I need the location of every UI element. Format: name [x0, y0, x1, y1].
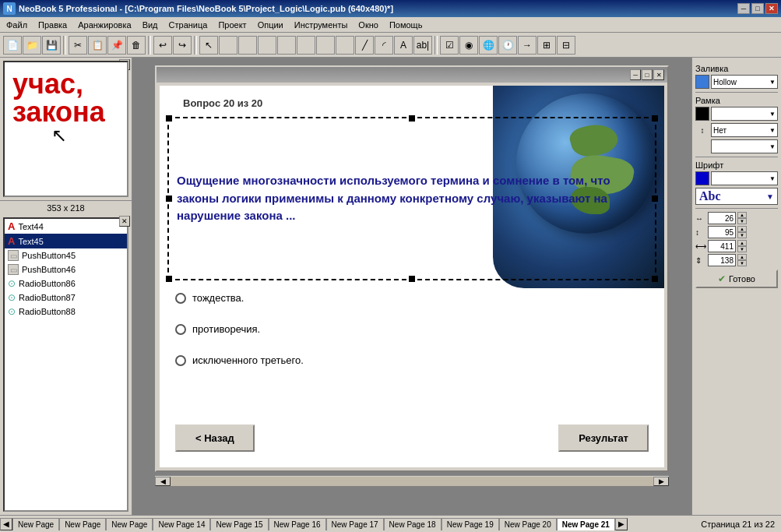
tool-check[interactable]: ☑	[440, 36, 459, 55]
back-button[interactable]: < Назад	[175, 425, 255, 452]
tool-select[interactable]: ↖	[199, 36, 218, 55]
ready-button[interactable]: ✔ Готово	[695, 270, 778, 288]
page-next-btn[interactable]: ▶	[615, 518, 628, 530]
tree-item-radio86[interactable]: ⊙ RadioButton86	[5, 277, 127, 291]
horizontal-scrollbar[interactable]: ◀ ▶	[155, 475, 669, 486]
menu-help[interactable]: Помощь	[385, 19, 427, 31]
menu-options[interactable]: Опции	[253, 19, 288, 31]
tool-4[interactable]	[277, 36, 296, 55]
ready-label: Готово	[729, 274, 755, 284]
menu-project[interactable]: Проект	[213, 19, 251, 31]
w-input[interactable]	[708, 240, 736, 252]
scroll-left-btn[interactable]: ◀	[155, 477, 171, 486]
tool-5[interactable]	[297, 36, 315, 55]
x-up-btn[interactable]: ▲	[737, 212, 747, 218]
answer-item-2[interactable]: противоречия.	[175, 323, 304, 335]
y-up-btn[interactable]: ▲	[737, 226, 747, 232]
minimize-button[interactable]: ─	[737, 3, 750, 14]
h-input[interactable]	[708, 254, 736, 266]
copy-button[interactable]: 📋	[88, 36, 107, 55]
page-tab-2[interactable]: New Page	[106, 518, 153, 530]
tree-item-radio88[interactable]: ⊙ RadioButton88	[5, 305, 127, 319]
menu-edit[interactable]: Правка	[33, 19, 72, 31]
tool-6[interactable]	[316, 36, 335, 55]
fill-color-box[interactable]	[695, 75, 709, 89]
tree-close[interactable]: ✕	[119, 216, 130, 227]
border-color-box[interactable]	[695, 107, 709, 121]
font-color-dropdown[interactable]: ▼	[711, 171, 778, 185]
new-button[interactable]: 📄	[3, 36, 22, 55]
page-tab-7[interactable]: New Page 18	[384, 518, 442, 530]
page-close-btn[interactable]: ✕	[653, 69, 664, 80]
tool-text[interactable]: A	[394, 36, 413, 55]
tool-clock[interactable]: 🕐	[498, 36, 517, 55]
page-tab-3[interactable]: New Page 14	[153, 518, 210, 530]
page-tab-1[interactable]: New Page	[59, 518, 106, 530]
h-down-btn[interactable]: ▼	[737, 260, 747, 266]
tool-1[interactable]	[219, 36, 237, 55]
border-type-dropdown[interactable]: Нет ▼	[711, 123, 778, 137]
page-tab-8[interactable]: New Page 19	[442, 518, 499, 530]
border-style-dropdown[interactable]: ▼	[711, 139, 778, 153]
tree-item-radio87[interactable]: ⊙ RadioButton87	[5, 291, 127, 305]
maximize-button[interactable]: □	[751, 3, 764, 14]
x-input[interactable]	[708, 212, 736, 224]
page-tab-9[interactable]: New Page 20	[499, 518, 557, 530]
radio-3[interactable]	[175, 355, 186, 366]
page-maximize-btn[interactable]: □	[642, 69, 653, 80]
answer-item-1[interactable]: тождества.	[175, 292, 304, 304]
tree-item-pushbtn45[interactable]: ▭ PushButton45	[5, 248, 127, 262]
tool-extra1[interactable]: ⊞	[537, 36, 556, 55]
tool-arrow[interactable]: →	[518, 36, 536, 55]
y-input[interactable]	[708, 226, 736, 238]
undo-button[interactable]: ↩	[153, 36, 172, 55]
h-up-btn[interactable]: ▲	[737, 254, 747, 260]
font-color-box[interactable]	[695, 171, 709, 185]
tool-extra2[interactable]: ⊟	[557, 36, 575, 55]
page-tab-0[interactable]: New Page	[12, 518, 59, 530]
tool-arc[interactable]: ◜	[375, 36, 393, 55]
border-color-dropdown[interactable]: ▼	[711, 107, 778, 121]
save-button[interactable]: 💾	[42, 36, 61, 55]
page-prev-btn[interactable]: ◀	[0, 518, 12, 530]
menu-window[interactable]: Окно	[354, 19, 383, 31]
radio-2[interactable]	[175, 324, 186, 335]
page-minimize-btn[interactable]: ─	[630, 69, 641, 80]
w-up-btn[interactable]: ▲	[737, 240, 747, 246]
menu-view[interactable]: Вид	[138, 19, 163, 31]
open-button[interactable]: 📁	[23, 36, 41, 55]
menu-page[interactable]: Страница	[164, 19, 213, 31]
cut-button[interactable]: ✂	[69, 36, 87, 55]
tool-7[interactable]	[336, 36, 354, 55]
page-tab-5[interactable]: New Page 16	[269, 518, 326, 530]
tool-2[interactable]	[238, 36, 257, 55]
tree-label-radio86: RadioButton86	[19, 279, 76, 288]
scroll-right-btn[interactable]: ▶	[653, 477, 669, 486]
w-down-btn[interactable]: ▼	[737, 246, 747, 252]
delete-button[interactable]: 🗑	[127, 36, 146, 55]
tool-3[interactable]	[258, 36, 276, 55]
paste-button[interactable]: 📌	[107, 36, 126, 55]
page-tab-6[interactable]: New Page 17	[326, 518, 384, 530]
redo-button[interactable]: ↪	[173, 36, 192, 55]
tool-textbox[interactable]: ab|	[413, 36, 432, 55]
canvas-area[interactable]: ─ □ ✕ Вопрос 20 из 20	[132, 58, 691, 515]
close-button[interactable]: ✕	[765, 3, 778, 14]
page-tab-10[interactable]: New Page 21	[557, 518, 615, 530]
tree-item-text44[interactable]: A Text44	[5, 219, 127, 234]
tree-item-text45[interactable]: A Text45	[5, 234, 127, 248]
menu-arrange[interactable]: Аранжировка	[73, 19, 135, 31]
page-tab-4[interactable]: New Page 15	[210, 518, 268, 530]
radio-1[interactable]	[175, 293, 186, 304]
tool-radio[interactable]: ◉	[459, 36, 478, 55]
answer-item-3[interactable]: исключенного третьего.	[175, 354, 304, 366]
y-down-btn[interactable]: ▼	[737, 232, 747, 238]
fill-type-dropdown[interactable]: Hollow ▼	[711, 75, 778, 89]
x-down-btn[interactable]: ▼	[737, 218, 747, 224]
tool-img[interactable]: 🌐	[479, 36, 498, 55]
menu-tools[interactable]: Инструменты	[290, 19, 353, 31]
result-button[interactable]: Результат	[558, 425, 649, 452]
menu-file[interactable]: Файл	[2, 19, 32, 31]
tool-line[interactable]: ╱	[355, 36, 374, 55]
tree-item-pushbtn46[interactable]: ▭ PushButton46	[5, 262, 127, 277]
